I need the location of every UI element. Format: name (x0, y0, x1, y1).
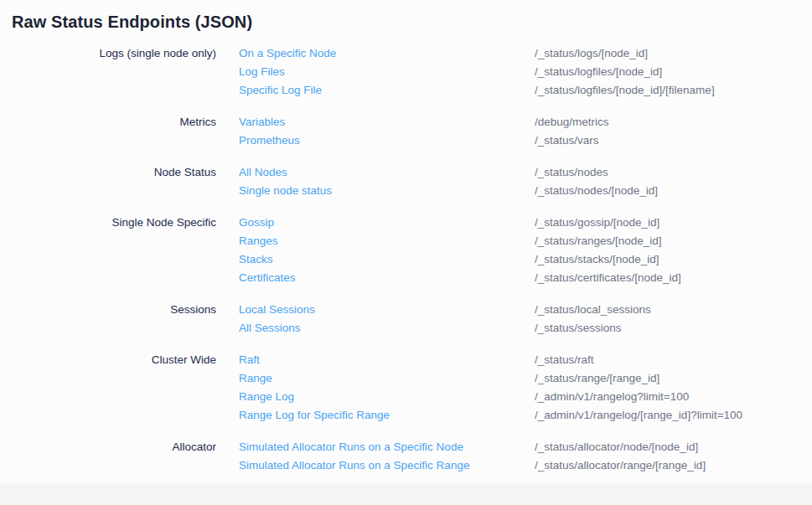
endpoint-path: /_status/nodes (535, 163, 812, 182)
endpoint-path: /_status/gossip/[node_id] (535, 214, 812, 232)
endpoint-row: Range Log /_admin/v1/rangelog?limit=100 (239, 388, 812, 406)
endpoint-section: Cluster Wide Raft /_status/raft Range /_… (0, 351, 812, 425)
endpoint-rows: Local Sessions /_status/local_sessions A… (239, 301, 812, 338)
category-label: Node Status (0, 163, 216, 182)
endpoint-link[interactable]: Local Sessions (239, 301, 535, 319)
endpoint-path: /_status/certificates/[node_id] (535, 269, 812, 287)
endpoint-row: Range Log for Specific Range /_admin/v1/… (239, 406, 812, 425)
endpoint-link[interactable]: On a Specific Node (239, 44, 535, 63)
endpoint-link[interactable]: Raft (239, 351, 535, 369)
endpoint-path: /_status/ranges/[node_id] (535, 232, 812, 250)
endpoint-row: Raft /_status/raft (239, 351, 812, 369)
endpoints-table: Logs (single node only) On a Specific No… (0, 44, 812, 475)
endpoint-path: /_status/nodes/[node_id] (535, 182, 812, 200)
endpoint-row: Stacks /_status/stacks/[node_id] (239, 250, 812, 269)
endpoint-link[interactable]: Range Log (239, 388, 535, 406)
endpoint-section: Sessions Local Sessions /_status/local_s… (0, 301, 812, 338)
endpoint-link[interactable]: Prometheus (239, 131, 535, 150)
endpoint-path: /debug/metrics (535, 113, 812, 131)
endpoint-link[interactable]: Variables (239, 113, 535, 131)
endpoint-row: Certificates /_status/certificates/[node… (239, 269, 812, 287)
endpoint-path: /_admin/v1/rangelog?limit=100 (535, 388, 812, 406)
endpoint-link[interactable]: Range (239, 369, 535, 388)
endpoint-link[interactable]: Gossip (239, 214, 535, 232)
footer-band (0, 484, 812, 505)
endpoint-row: Prometheus /_status/vars (239, 131, 812, 150)
endpoint-path: /_admin/v1/rangelog/[range_id]?limit=100 (535, 406, 812, 425)
endpoint-row: All Nodes /_status/nodes (239, 163, 812, 182)
endpoint-row: Specific Log File /_status/logfiles/[nod… (239, 81, 812, 100)
endpoint-link[interactable]: Certificates (239, 269, 535, 287)
endpoint-link[interactable]: Simulated Allocator Runs on a Specific R… (239, 456, 535, 475)
endpoint-rows: Gossip /_status/gossip/[node_id] Ranges … (239, 214, 812, 287)
endpoint-path: /_status/allocator/node/[node_id] (535, 438, 812, 456)
endpoint-section: Metrics Variables /debug/metrics Prometh… (0, 113, 812, 150)
endpoint-section: Allocator Simulated Allocator Runs on a … (0, 438, 812, 475)
category-label: Sessions (0, 301, 216, 319)
endpoint-path: /_status/local_sessions (535, 301, 812, 319)
endpoint-row: Single node status /_status/nodes/[node_… (239, 182, 812, 200)
endpoint-row: On a Specific Node /_status/logs/[node_i… (239, 44, 812, 63)
endpoint-path: /_status/allocator/range/[range_id] (535, 456, 812, 475)
endpoint-link[interactable]: Single node status (239, 182, 535, 200)
endpoint-section: Single Node Specific Gossip /_status/gos… (0, 214, 812, 287)
endpoint-section: Logs (single node only) On a Specific No… (0, 44, 812, 100)
endpoint-rows: Raft /_status/raft Range /_status/range/… (239, 351, 812, 425)
endpoint-link[interactable]: All Sessions (239, 319, 535, 338)
endpoint-row: Variables /debug/metrics (239, 113, 812, 131)
category-label: Metrics (0, 113, 216, 131)
endpoint-link[interactable]: Log Files (239, 63, 535, 81)
category-label: Cluster Wide (0, 351, 216, 369)
endpoint-path: /_status/range/[range_id] (535, 369, 812, 388)
endpoint-row: All Sessions /_status/sessions (239, 319, 812, 338)
endpoint-row: Ranges /_status/ranges/[node_id] (239, 232, 812, 250)
endpoint-link[interactable]: Specific Log File (239, 81, 535, 100)
endpoint-rows: Simulated Allocator Runs on a Specific N… (239, 438, 812, 475)
endpoint-path: /_status/stacks/[node_id] (535, 250, 812, 269)
endpoint-link[interactable]: All Nodes (239, 163, 535, 182)
category-label: Logs (single node only) (0, 44, 216, 63)
endpoint-row: Simulated Allocator Runs on a Specific N… (239, 438, 812, 456)
endpoint-path: /_status/sessions (535, 319, 812, 338)
endpoint-path: /_status/vars (535, 131, 812, 150)
endpoint-link[interactable]: Ranges (239, 232, 535, 250)
endpoint-row: Range /_status/range/[range_id] (239, 369, 812, 388)
endpoint-path: /_status/logs/[node_id] (535, 44, 812, 63)
endpoint-rows: All Nodes /_status/nodes Single node sta… (239, 163, 812, 200)
endpoint-link[interactable]: Stacks (239, 250, 535, 269)
endpoint-row: Gossip /_status/gossip/[node_id] (239, 214, 812, 232)
endpoint-link[interactable]: Range Log for Specific Range (239, 406, 535, 425)
endpoint-rows: Variables /debug/metrics Prometheus /_st… (239, 113, 812, 150)
endpoint-row: Local Sessions /_status/local_sessions (239, 301, 812, 319)
endpoint-rows: On a Specific Node /_status/logs/[node_i… (239, 44, 812, 100)
category-label: Allocator (0, 438, 216, 456)
endpoint-row: Simulated Allocator Runs on a Specific R… (239, 456, 812, 475)
category-label: Single Node Specific (0, 214, 216, 232)
endpoint-row: Log Files /_status/logfiles/[node_id] (239, 63, 812, 81)
endpoint-path: /_status/logfiles/[node_id]/[filename] (535, 81, 812, 100)
endpoint-section: Node Status All Nodes /_status/nodes Sin… (0, 163, 812, 200)
endpoint-link[interactable]: Simulated Allocator Runs on a Specific N… (239, 438, 535, 456)
endpoint-path: /_status/logfiles/[node_id] (535, 63, 812, 81)
endpoint-path: /_status/raft (535, 351, 812, 369)
page-title: Raw Status Endpoints (JSON) (12, 12, 812, 32)
